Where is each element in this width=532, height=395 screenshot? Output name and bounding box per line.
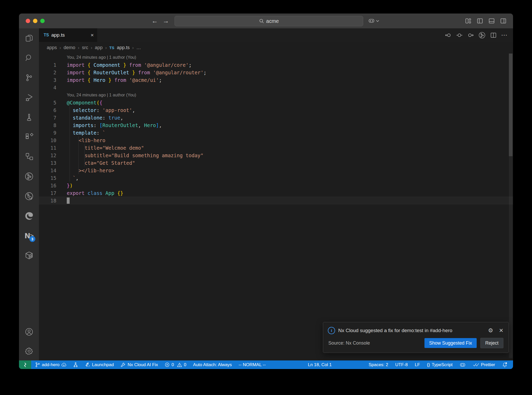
sidebar-item-gitlens-inspect[interactable] (19, 186, 39, 206)
code-line[interactable]: 9 template: ` (39, 129, 513, 136)
problems-item[interactable]: 0 0 (165, 362, 186, 367)
code-line[interactable]: 14 ></lib-hero> (39, 167, 513, 174)
code-text: template: ` (67, 130, 105, 136)
info-icon: i (328, 327, 335, 334)
cursor-position-label: Ln 18, Col 1 (308, 362, 332, 367)
code-line[interactable]: 2import { RouterOutlet } from '@angular/… (39, 69, 513, 76)
breadcrumb-item[interactable]: apps (47, 45, 57, 50)
sidebar-item-explorer[interactable] (19, 28, 39, 48)
nav-back-icon[interactable] (445, 32, 452, 39)
split-editor-icon[interactable] (490, 32, 497, 39)
nx-cloud-fix-item[interactable]: Nx Cloud AI Fix (121, 362, 158, 367)
code-line[interactable]: 6 selector: 'app-root', (39, 106, 513, 114)
code-editor[interactable]: You, 24 minutes ago | 1 author (You)1imp… (39, 54, 513, 360)
line-number: 5 (39, 100, 56, 106)
code-line[interactable]: 17export class App {} (39, 189, 513, 197)
toggle-secondary-sidebar-icon[interactable] (500, 17, 507, 24)
scrollbar-thumb[interactable] (509, 54, 513, 156)
editor-toolbar: ⋯ (445, 28, 508, 42)
sidebar-item-extensions[interactable] (19, 127, 39, 147)
toggle-primary-sidebar-icon[interactable] (476, 17, 483, 24)
code-line[interactable]: 18 (39, 197, 513, 204)
more-actions-icon[interactable]: ⋯ (501, 31, 508, 39)
tab-close-icon[interactable]: × (91, 32, 94, 38)
editor-scrollbar[interactable] (509, 54, 513, 358)
code-line[interactable]: 12 subtitle="Build something amazing tod… (39, 152, 513, 159)
code-line[interactable]: 4 (39, 84, 513, 91)
breadcrumb-item[interactable]: demo (64, 45, 75, 50)
code-text: cta="Get Started" (67, 160, 135, 166)
breadcrumb-file[interactable]: app.ts (117, 45, 130, 50)
nav-forward-icon[interactable] (467, 32, 474, 39)
command-center-search[interactable]: acme (175, 16, 363, 26)
settings-button[interactable] (19, 342, 39, 360)
git-branch-item[interactable]: add-hero (35, 362, 66, 367)
vim-mode-item[interactable]: -- NORMAL -- (239, 362, 266, 367)
breadcrumb-separator: › (105, 45, 107, 50)
breadcrumb-item[interactable]: app (95, 45, 103, 50)
code-text: subtitle="Build something amazing today" (67, 153, 203, 158)
code-line[interactable]: 8 imports: [RouterOutlet, Hero], (39, 121, 513, 129)
indentation-item[interactable]: Spaces: 2 (369, 362, 388, 367)
sidebar-item-references[interactable] (19, 147, 39, 167)
code-line[interactable]: 15 `, (39, 174, 513, 182)
formatter-item[interactable]: Prettier (473, 362, 495, 367)
close-window-button[interactable] (26, 19, 30, 23)
cursor-position-item[interactable]: Ln 18, Col 1 (308, 362, 332, 367)
code-line[interactable]: 11 title="Welcmoe demo" (39, 144, 513, 152)
reject-button[interactable]: Reject (480, 338, 503, 348)
line-number: 8 (39, 122, 56, 128)
rocket-icon (85, 362, 90, 367)
code-line[interactable]: 10 <lib-hero (39, 136, 513, 144)
zoom-window-button[interactable] (40, 19, 45, 23)
language-mode-item[interactable]: {} TypeScript (427, 362, 453, 367)
code-line[interactable]: 7 standalone: true, (39, 114, 513, 121)
indent-guide (84, 144, 85, 167)
copilot-status-item[interactable] (460, 362, 466, 368)
commit-graph-item[interactable] (73, 362, 78, 367)
sidebar-item-source-control[interactable] (19, 68, 39, 88)
sidebar-item-run-debug[interactable] (19, 88, 39, 107)
breadcrumb-separator: › (91, 45, 92, 50)
history-back-button[interactable]: ← (151, 17, 158, 24)
launchpad-item[interactable]: Launchpad (85, 362, 114, 367)
formatter-label: Prettier (481, 362, 495, 367)
nav-current-icon[interactable] (456, 32, 463, 39)
sidebar-item-edge-browser[interactable] (19, 206, 39, 226)
code-line[interactable]: 3import { Hero } from '@acme/ui'; (39, 76, 513, 84)
toggle-panel-icon[interactable] (488, 17, 495, 24)
notification-close-icon[interactable]: ✕ (499, 327, 503, 334)
copilot-menu-button[interactable] (368, 17, 379, 24)
notification-settings-icon[interactable]: ⚙ (488, 327, 493, 334)
minimize-window-button[interactable] (33, 19, 37, 23)
accounts-button[interactable] (19, 322, 39, 342)
code-text: <lib-hero (67, 137, 105, 143)
sidebar-item-search[interactable] (19, 48, 39, 68)
tab-label: app.ts (51, 32, 88, 38)
breadcrumb-item[interactable]: src (82, 45, 88, 50)
show-suggested-fix-button[interactable]: Show Suggested Fix (424, 338, 477, 348)
sidebar-item-nx-console[interactable]: N> 3 (19, 226, 39, 246)
breadcrumb-symbol-tail[interactable]: … (136, 45, 141, 50)
remote-indicator[interactable] (19, 360, 31, 369)
warnings-icon (177, 362, 182, 367)
blame-annotation-row[interactable]: You, 24 minutes ago | 1 author (You) (39, 91, 513, 99)
customize-layout-icon[interactable] (465, 17, 472, 24)
auto-attach-item[interactable]: Auto Attach: Always (193, 362, 232, 367)
code-line[interactable]: 5@Component({ (39, 99, 513, 106)
sidebar-item-containers[interactable] (19, 246, 39, 265)
tab-app-ts[interactable]: TS app.ts × (39, 28, 98, 42)
code-line[interactable]: 13 cta="Get Started" (39, 159, 513, 167)
history-forward-button[interactable]: → (163, 17, 169, 24)
notifications-bell-item[interactable] (502, 362, 507, 367)
sidebar-item-gitlens[interactable] (19, 167, 39, 186)
encoding-item[interactable]: UTF-8 (395, 362, 408, 367)
line-number: 14 (39, 168, 56, 173)
blame-annotation-row[interactable]: You, 24 minutes ago | 1 author (You) (39, 54, 513, 61)
eol-item[interactable]: LF (415, 362, 420, 367)
code-text: export class App {} (67, 190, 123, 196)
gitlens-graph-icon[interactable] (478, 31, 486, 39)
sidebar-item-testing[interactable] (19, 107, 39, 127)
code-line[interactable]: 16}) (39, 182, 513, 189)
code-line[interactable]: 1import { Component } from '@angular/cor… (39, 61, 513, 69)
